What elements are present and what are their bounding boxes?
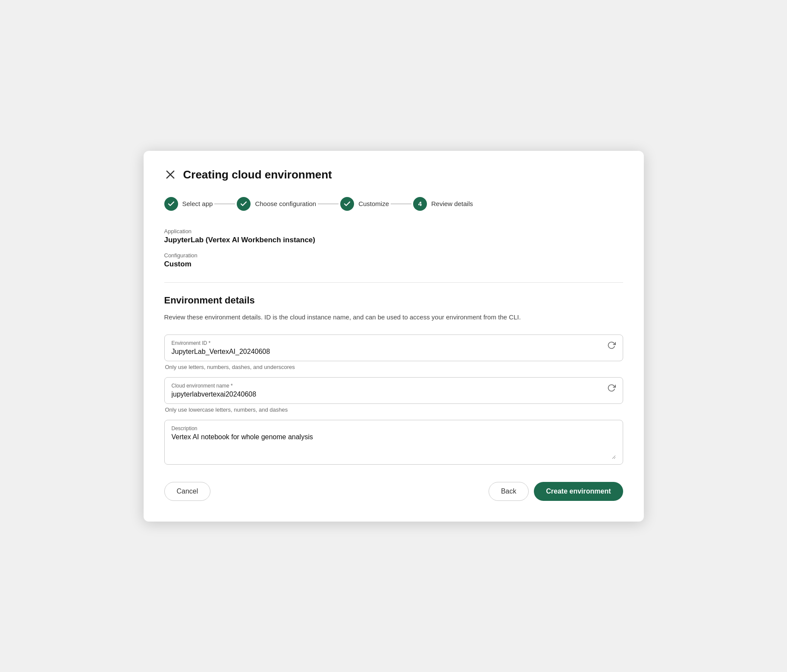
description-inner: Description Vertex AI notebook for whole… — [172, 425, 616, 459]
step-label-3: Customize — [358, 200, 389, 207]
stepper: Select app Choose configuration Customiz… — [164, 197, 623, 211]
environment-id-hint: Only use letters, numbers, dashes, and u… — [164, 364, 623, 370]
footer-right: Back Create environment — [489, 482, 623, 501]
environment-id-field-wrapper: Environment ID * — [164, 334, 623, 361]
info-application-row: Application JupyterLab (Vertex AI Workbe… — [164, 228, 623, 244]
environment-details-desc: Review these environment details. ID is … — [164, 312, 623, 322]
configuration-label: Configuration — [164, 252, 623, 259]
step-customize: Customize — [340, 197, 389, 211]
application-label: Application — [164, 228, 623, 234]
step-connector-3 — [391, 203, 411, 204]
configuration-value: Custom — [164, 260, 623, 269]
create-environment-button[interactable]: Create environment — [534, 482, 623, 501]
environment-id-input[interactable] — [172, 348, 602, 356]
step-circle-2 — [237, 197, 251, 211]
modal-footer: Cancel Back Create environment — [164, 482, 623, 501]
description-field-wrapper: Description Vertex AI notebook for whole… — [164, 420, 623, 465]
environment-id-label: Environment ID * — [172, 340, 602, 346]
modal-header: Creating cloud environment — [164, 168, 623, 181]
cloud-environment-name-hint: Only use lowercase letters, numbers, and… — [164, 406, 623, 413]
step-connector-1 — [214, 203, 235, 204]
cloud-environment-name-label: Cloud environment name * — [172, 383, 602, 389]
step-circle-4: 4 — [413, 197, 427, 211]
step-choose-config: Choose configuration — [237, 197, 316, 211]
environment-details-title: Environment details — [164, 295, 623, 306]
cancel-button[interactable]: Cancel — [164, 482, 211, 501]
info-section: Application JupyterLab (Vertex AI Workbe… — [164, 228, 623, 269]
description-group: Description Vertex AI notebook for whole… — [164, 420, 623, 465]
description-label: Description — [172, 425, 616, 431]
close-icon[interactable] — [164, 169, 176, 181]
step-circle-1 — [164, 197, 178, 211]
back-button[interactable]: Back — [489, 482, 529, 501]
modal-container: Creating cloud environment Select app Ch… — [144, 151, 644, 522]
step-connector-2 — [318, 203, 339, 204]
cloud-environment-name-refresh-icon[interactable] — [607, 384, 616, 394]
environment-details-section: Environment details Review these environ… — [164, 295, 623, 465]
environment-id-inner: Environment ID * — [172, 340, 602, 356]
modal-title: Creating cloud environment — [183, 168, 332, 181]
cloud-environment-name-field-wrapper: Cloud environment name * — [164, 377, 623, 404]
step-review-details: 4 Review details — [413, 197, 473, 211]
environment-id-group: Environment ID * Only use letters, numbe… — [164, 334, 623, 370]
environment-id-refresh-icon[interactable] — [607, 341, 616, 352]
step-select-app: Select app — [164, 197, 213, 211]
step-label-2: Choose configuration — [255, 200, 316, 207]
application-value: JupyterLab (Vertex AI Workbench instance… — [164, 236, 623, 244]
step-label-1: Select app — [182, 200, 213, 207]
description-input[interactable]: Vertex AI notebook for whole genome anal… — [172, 433, 616, 459]
cloud-environment-name-inner: Cloud environment name * — [172, 383, 602, 398]
info-configuration-row: Configuration Custom — [164, 252, 623, 269]
step-label-4: Review details — [431, 200, 473, 207]
section-divider — [164, 282, 623, 283]
step-circle-3 — [340, 197, 354, 211]
cloud-environment-name-input[interactable] — [172, 391, 602, 398]
cloud-environment-name-group: Cloud environment name * Only use lowerc… — [164, 377, 623, 413]
